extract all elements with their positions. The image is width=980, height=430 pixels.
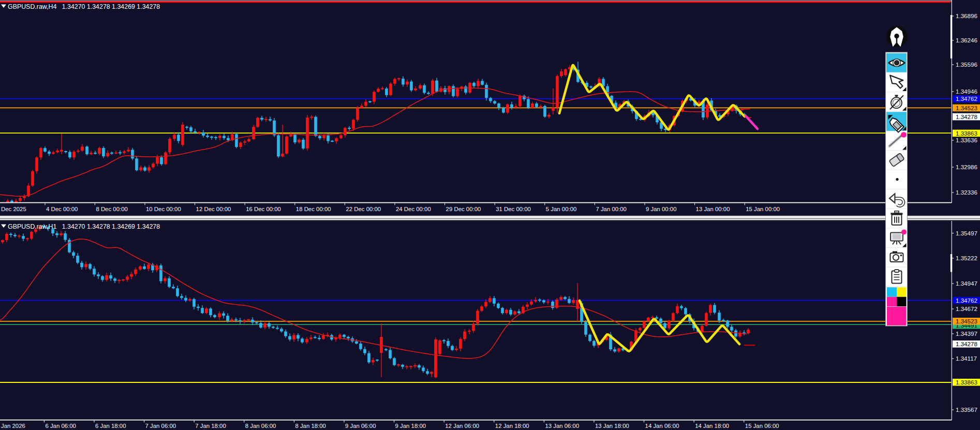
- svg-text:1.33636: 1.33636: [956, 137, 977, 143]
- svg-text:1.34672: 1.34672: [956, 305, 977, 312]
- svg-text:7 Jan 00:00: 7 Jan 00:00: [596, 206, 627, 212]
- svg-text:1.34947: 1.34947: [956, 280, 977, 287]
- svg-text:14 Jan 06:00: 14 Jan 06:00: [645, 423, 679, 429]
- svg-text:GBPUSD.raw,H1 1.34270 1.3427: GBPUSD.raw,H1 1.34270 1.34278 1.34269 1.…: [8, 223, 160, 230]
- svg-text:1.32986: 1.32986: [956, 164, 977, 170]
- svg-text:9 Jan 06:00: 9 Jan 06:00: [345, 423, 376, 429]
- svg-text:29 Dec 00:00: 29 Dec 00:00: [446, 206, 481, 212]
- svg-text:1.32336: 1.32336: [956, 189, 977, 196]
- svg-text:1.34946: 1.34946: [956, 88, 977, 95]
- svg-text:1.34762: 1.34762: [956, 95, 977, 102]
- svg-text:GBPUSD.raw,H4 1.34270 1.3427: GBPUSD.raw,H4 1.34270 1.34278 1.34269 1.…: [8, 3, 160, 10]
- svg-text:24 Dec 00:00: 24 Dec 00:00: [396, 206, 431, 212]
- svg-text:10 Dec 00:00: 10 Dec 00:00: [146, 206, 181, 212]
- svg-text:6 Jan 18:00: 6 Jan 18:00: [95, 423, 126, 429]
- svg-text:31 Dec 00:00: 31 Dec 00:00: [496, 206, 531, 212]
- svg-text:1.34278: 1.34278: [956, 113, 977, 120]
- svg-text:1.35596: 1.35596: [956, 61, 977, 68]
- svg-text:1.34523: 1.34523: [956, 318, 977, 324]
- svg-text:18 Dec 00:00: 18 Dec 00:00: [296, 206, 331, 212]
- svg-text:15 Jan 06:00: 15 Jan 06:00: [745, 423, 779, 429]
- svg-text:12 Jan 06:00: 12 Jan 06:00: [445, 423, 479, 429]
- svg-text:8 Dec 00:00: 8 Dec 00:00: [96, 206, 127, 212]
- svg-text:1.34523: 1.34523: [956, 105, 977, 111]
- svg-text:16 Dec 00:00: 16 Dec 00:00: [246, 206, 281, 212]
- svg-text:Dec 2025: Dec 2025: [1, 206, 26, 212]
- svg-text:6 Jan 06:00: 6 Jan 06:00: [45, 423, 76, 429]
- svg-text:9 Jan 18:00: 9 Jan 18:00: [395, 423, 426, 429]
- svg-text:13 Jan 06:00: 13 Jan 06:00: [545, 423, 579, 429]
- svg-text:1.34117: 1.34117: [956, 355, 977, 362]
- svg-text:1.35497: 1.35497: [956, 230, 977, 236]
- svg-text:1.36896: 1.36896: [956, 12, 977, 19]
- svg-text:1.33863: 1.33863: [956, 130, 977, 137]
- svg-text:9 Jan 00:00: 9 Jan 00:00: [646, 206, 677, 212]
- svg-text:12 Dec 00:00: 12 Dec 00:00: [196, 206, 231, 212]
- svg-text:1.36246: 1.36246: [956, 37, 977, 43]
- svg-text:14 Jan 18:00: 14 Jan 18:00: [695, 423, 729, 429]
- svg-text:22 Dec 00:00: 22 Dec 00:00: [346, 206, 381, 212]
- svg-text:7 Jan 06:00: 7 Jan 06:00: [145, 423, 176, 429]
- svg-text:1.34397: 1.34397: [956, 330, 977, 337]
- svg-text:1.35222: 1.35222: [956, 255, 977, 261]
- svg-text:8 Jan 06:00: 8 Jan 06:00: [245, 423, 276, 429]
- svg-text:13 Jan 00:00: 13 Jan 00:00: [696, 206, 730, 212]
- svg-text:8 Jan 18:00: 8 Jan 18:00: [295, 423, 326, 429]
- svg-text:Jan 2026: Jan 2026: [1, 423, 25, 429]
- svg-text:7 Jan 18:00: 7 Jan 18:00: [195, 423, 226, 429]
- svg-text:1.33863: 1.33863: [956, 379, 977, 385]
- svg-text:1.33567: 1.33567: [956, 406, 977, 413]
- svg-text:15 Jan 00:00: 15 Jan 00:00: [746, 206, 780, 212]
- svg-text:4 Dec 00:00: 4 Dec 00:00: [46, 206, 78, 212]
- svg-text:1.34278: 1.34278: [956, 340, 977, 347]
- svg-text:12 Jan 18:00: 12 Jan 18:00: [495, 423, 529, 429]
- svg-text:1.34762: 1.34762: [956, 297, 977, 304]
- svg-text:5 Jan 00:00: 5 Jan 00:00: [546, 206, 577, 212]
- svg-text:13 Jan 18:00: 13 Jan 18:00: [595, 423, 629, 429]
